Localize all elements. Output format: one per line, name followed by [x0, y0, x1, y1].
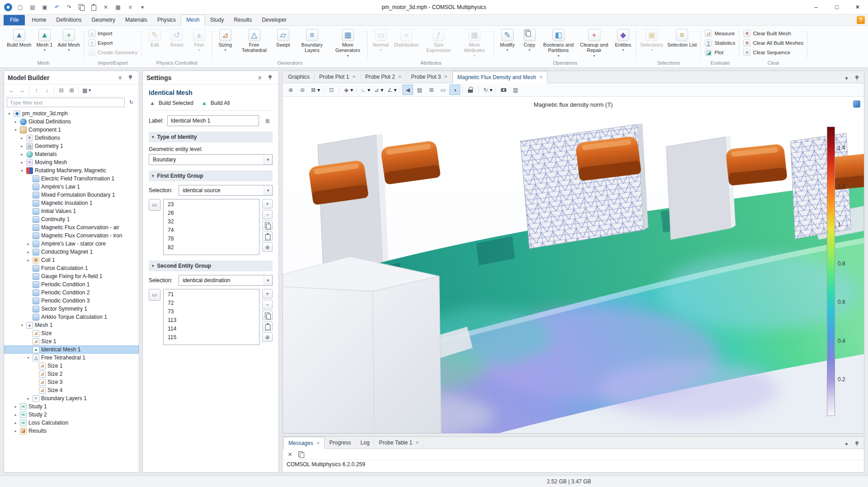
section-type-of-identity[interactable]: ▾ Type of Identity	[149, 132, 273, 142]
move-up-button[interactable]: ↑	[32, 85, 41, 95]
selection-entity[interactable]: 78	[164, 235, 259, 243]
ribbon-button-cleanup-and-repair[interactable]: +Cleanup and Repair▾	[577, 28, 611, 60]
geometric-entity-level-select[interactable]: Boundary ▾	[149, 154, 273, 165]
ribbon-button-statistics[interactable]: ∑Statistics	[703, 39, 736, 47]
preferences-button[interactable]: ≡	[125, 2, 136, 13]
table-view-button[interactable]: ▦	[113, 2, 123, 13]
remove-from-selection-button[interactable]: −	[262, 210, 273, 219]
ribbon-button-distribution[interactable]: ≈Distribution	[392, 28, 420, 60]
tree-item-size-2[interactable]: ⊿Size 2	[4, 370, 139, 378]
paste-button[interactable]	[88, 2, 99, 13]
section-second-entity-group[interactable]: ▾ Second Entity Group	[149, 260, 273, 271]
close-tab-icon[interactable]: ✕	[398, 75, 402, 79]
print-button[interactable]: ▥	[510, 85, 521, 95]
lock-camera-button[interactable]	[465, 85, 476, 95]
close-tab-icon[interactable]: ✕	[316, 441, 320, 445]
graphics-tab-magnetic-flux-density-and-mesh[interactable]: Magnetic Flux Density and Mesh✕	[453, 71, 548, 83]
panel-splitter[interactable]	[139, 71, 142, 473]
ribbon-button-swept[interactable]: ▱Swept	[273, 28, 293, 60]
ribbon-button-more-attributes[interactable]: ▦More Attributes▾	[457, 28, 491, 60]
collapse-arrow-icon[interactable]: ▾	[13, 128, 18, 132]
expand-arrow-icon[interactable]: ▸	[19, 136, 24, 140]
messages-tab-progress[interactable]: Progress	[325, 437, 356, 449]
second-selection-active-toggle[interactable]: ▭	[149, 289, 160, 301]
copy-selection-button[interactable]	[262, 311, 273, 320]
show-plot-properties-button[interactable]: ◀	[402, 85, 413, 95]
ribbon-button-sizing[interactable]: ⊿Sizing▾	[215, 28, 236, 60]
tree-item-study-1[interactable]: ▸∞Study 1	[4, 402, 139, 411]
pin-panel-button[interactable]	[265, 73, 275, 82]
zoom-box-button[interactable]: ⊡	[326, 85, 337, 95]
menu-tab-mesh[interactable]: Mesh	[181, 14, 205, 26]
zoom-to-selection-button[interactable]: ⊕	[262, 242, 273, 252]
ribbon-button-reset[interactable]: ↺Reset	[166, 28, 187, 60]
close-tab-icon[interactable]: ✕	[539, 75, 543, 80]
tree-item-electric-field-transformation-1[interactable]: Electric Field Transformation 1	[4, 175, 139, 183]
selection-entity[interactable]: 82	[164, 243, 259, 252]
tree-item-results[interactable]: ▸◪Results	[4, 427, 139, 435]
ribbon-button-clear-built-mesh[interactable]: ✕Clear Built Mesh	[742, 29, 805, 38]
expand-arrow-icon[interactable]: ▸	[19, 161, 24, 165]
build-all-button[interactable]: ▲ Build All	[201, 99, 230, 107]
paste-selection-button[interactable]	[262, 322, 273, 331]
tree-item-loss-calculation[interactable]: ▸∞Loss Calculation	[4, 419, 139, 427]
panel-splitter[interactable]	[279, 71, 282, 473]
help-button[interactable]: ?	[857, 16, 865, 24]
ribbon-button-edit[interactable]: ✎Edit	[144, 28, 165, 60]
tree-item-periodic-condition-1[interactable]: Periodic Condition 1	[4, 280, 139, 288]
expand-arrow-icon[interactable]: ▸	[26, 242, 31, 246]
messages-tab-messages[interactable]: Messages✕	[283, 437, 325, 449]
tree-filter-input[interactable]	[7, 98, 125, 107]
first-entity-list[interactable]: 232632747882	[163, 199, 259, 255]
ribbon-button-clear-all-built-meshes[interactable]: ✕Clear All Built Meshes	[742, 39, 805, 47]
tree-item-size-1[interactable]: ⊿Size 1	[4, 337, 139, 345]
selection-entity[interactable]: 32	[164, 217, 259, 226]
tree-item-size-3[interactable]: ⊿Size 3	[4, 378, 139, 386]
view-yz-plane-button[interactable]: ⊿▾	[372, 85, 384, 95]
close-button[interactable]: ✕	[847, 0, 868, 14]
tree-item-study-2[interactable]: ▸∞Study 2	[4, 411, 139, 419]
add-to-selection-button[interactable]: +	[262, 289, 273, 298]
environment-reflections-button[interactable]: ↻▾	[481, 85, 493, 95]
paste-selection-button[interactable]	[262, 232, 273, 241]
ribbon-button-mesh-1[interactable]: ▲Mesh 1▾	[34, 28, 55, 60]
ribbon-button-create-geometry[interactable]: ◇Create Geometry	[87, 48, 139, 57]
tree-item-magnetic-insulation-1[interactable]: Magnetic Insulation 1	[4, 199, 139, 207]
ribbon-button-import[interactable]: ↓Import	[87, 29, 139, 38]
section-first-entity-group[interactable]: ▾ First Entity Group	[149, 170, 273, 181]
redo-button[interactable]: ↷	[64, 2, 75, 13]
model-tree-node-settings-button[interactable]: ▦▾	[81, 85, 91, 95]
ribbon-button-size-expression[interactable]: ƒSize Expression	[421, 28, 456, 60]
copy-messages-button[interactable]	[296, 449, 306, 459]
selection-entity[interactable]: 74	[164, 226, 259, 235]
tree-item-coil-1[interactable]: ▸◎Coil 1	[4, 256, 139, 264]
tree-item-amp-re-s-law-1[interactable]: Ampère's Law 1	[4, 183, 139, 191]
collapse-all-button[interactable]: ⊟	[57, 85, 66, 95]
3d-model-view[interactable]	[283, 97, 864, 433]
selection-entity[interactable]: 23	[164, 200, 259, 209]
clear-messages-button[interactable]: ✕	[285, 449, 295, 459]
zoom-out-button[interactable]: ⊖	[297, 85, 308, 95]
tree-item-periodic-condition-3[interactable]: Periodic Condition 3	[4, 297, 139, 305]
menu-tab-geometry[interactable]: Geometry	[86, 15, 120, 25]
tree-item-size-4[interactable]: ⊿Size 4	[4, 386, 139, 394]
menu-tab-materials[interactable]: Materials	[120, 15, 152, 25]
move-down-button[interactable]: ↓	[42, 85, 52, 95]
back-button[interactable]: ←	[7, 85, 16, 95]
tree-item-global-definitions[interactable]: ▸Global Definitions	[4, 118, 139, 126]
ribbon-button-fine[interactable]: ▲Fine▾	[189, 28, 209, 60]
label-options-button[interactable]: ≣	[263, 116, 273, 126]
tree-item-amp-re-s-law-stator-core[interactable]: ▸Ampère's Law - stator core	[4, 240, 139, 248]
ribbon-button-clear-sequence[interactable]: ✕Clear Sequence	[742, 48, 805, 57]
expand-arrow-icon[interactable]: ▸	[26, 258, 31, 262]
first-selection-active-toggle[interactable]: ▭	[149, 199, 160, 211]
expand-arrow-icon[interactable]: ▸	[19, 152, 24, 156]
menu-tab-physics[interactable]: Physics	[152, 15, 181, 25]
expand-arrow-icon[interactable]: ▸	[13, 120, 18, 124]
tree-item-initial-values-1[interactable]: Initial Values 1	[4, 207, 139, 215]
add-to-selection-button[interactable]: +	[262, 199, 273, 208]
expand-arrow-icon[interactable]: ▸	[13, 429, 18, 433]
filter-refresh-button[interactable]: ↻	[127, 98, 136, 107]
tree-item-size-1[interactable]: ⊿Size 1	[4, 362, 139, 370]
close-tab-icon[interactable]: ✕	[352, 75, 356, 79]
